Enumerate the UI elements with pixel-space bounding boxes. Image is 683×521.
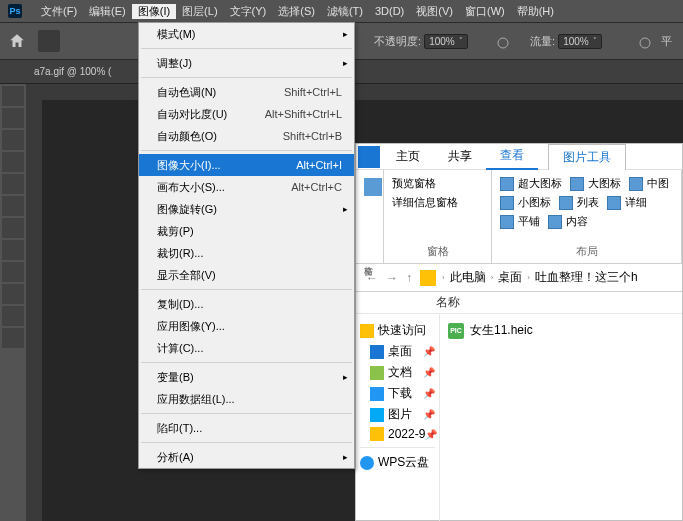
view-l-icons[interactable]: 大图标	[570, 176, 621, 191]
menu-rotation[interactable]: 图像旋转(G)	[139, 198, 354, 220]
menu-revealall[interactable]: 显示全部(V)	[139, 264, 354, 286]
preview-pane-toggle[interactable]: 预览窗格	[392, 176, 483, 191]
tool-stamp[interactable]	[2, 262, 24, 282]
menu-filter[interactable]: 滤镜(T)	[321, 4, 369, 19]
sidebar-quick-access[interactable]: 快速访问	[360, 320, 435, 341]
crumb-pc[interactable]: 此电脑	[447, 269, 489, 286]
menu-duplicate[interactable]: 复制(D)...	[139, 293, 354, 315]
nav-pane-icon[interactable]	[364, 178, 382, 196]
pane-group-label2: 窗格	[392, 244, 483, 259]
details-pane-toggle[interactable]: 详细信息窗格	[392, 195, 483, 210]
tool-crop[interactable]	[2, 174, 24, 194]
sidebar-wps[interactable]: WPS云盘	[360, 452, 435, 473]
pressure-opacity-icon[interactable]	[495, 35, 511, 51]
file-list[interactable]: PIC 女生11.heic	[439, 314, 682, 521]
nav-back-icon[interactable]: ←	[362, 271, 382, 285]
crumb-folder[interactable]: 吐血整理！这三个h	[532, 269, 641, 286]
view-list[interactable]: 列表	[559, 195, 599, 210]
menu-variables[interactable]: 变量(B)	[139, 366, 354, 388]
tool-marquee[interactable]	[2, 108, 24, 128]
menu-mode[interactable]: 模式(M)	[139, 23, 354, 45]
menu-autotone[interactable]: 自动色调(N)Shift+Ctrl+L	[139, 81, 354, 103]
sidebar-documents[interactable]: 文档📌	[360, 362, 435, 383]
file-explorer: 主页 共享 查看 图片工具 窗格 预览窗格 详细信息窗格 窗格 超大图标 大图标…	[355, 143, 683, 521]
menu-3d[interactable]: 3D(D)	[369, 5, 410, 17]
menu-imagesize[interactable]: 图像大小(I)...Alt+Ctrl+I	[139, 154, 354, 176]
menu-analysis[interactable]: 分析(A)	[139, 446, 354, 468]
opacity-label: 不透明度:	[374, 35, 421, 47]
ribbon: 窗格 预览窗格 详细信息窗格 窗格 超大图标 大图标 中图 小图标 列表 详细 …	[356, 170, 682, 264]
svg-point-0	[498, 38, 508, 48]
menu-crop[interactable]: 裁剪(P)	[139, 220, 354, 242]
brush-preset[interactable]	[38, 30, 60, 52]
menu-autocolor[interactable]: 自动颜色(O)Shift+Ctrl+B	[139, 125, 354, 147]
menu-canvassize[interactable]: 画布大小(S)...Alt+Ctrl+C	[139, 176, 354, 198]
tool-gradient[interactable]	[2, 328, 24, 348]
svg-point-1	[640, 38, 650, 48]
menu-trap[interactable]: 陷印(T)...	[139, 417, 354, 439]
menubar: 文件(F) 编辑(E) 图像(I) 图层(L) 文字(Y) 选择(S) 滤镜(T…	[0, 0, 683, 22]
menu-layer[interactable]: 图层(L)	[176, 4, 223, 19]
airbrush-icon[interactable]	[637, 35, 653, 51]
view-m-icons[interactable]: 中图	[629, 176, 669, 191]
sidebar-desktop[interactable]: 桌面📌	[360, 341, 435, 362]
menu-view[interactable]: 视图(V)	[410, 4, 459, 19]
file-name: 女生11.heic	[470, 322, 533, 339]
view-tiles[interactable]: 平铺	[500, 214, 540, 229]
image-menu-dropdown: 模式(M) 调整(J) 自动色调(N)Shift+Ctrl+L 自动对比度(U)…	[138, 22, 355, 469]
tool-wand[interactable]	[2, 152, 24, 172]
file-item[interactable]: PIC 女生11.heic	[446, 320, 676, 341]
home-icon[interactable]	[8, 32, 26, 50]
menu-trim[interactable]: 裁切(R)...	[139, 242, 354, 264]
nav-fwd-icon[interactable]: →	[382, 271, 402, 285]
tool-heal[interactable]	[2, 218, 24, 238]
tool-move[interactable]	[2, 86, 24, 106]
flow-value[interactable]: 100% ˅	[558, 34, 602, 49]
breadcrumb[interactable]: ← → ↑ › 此电脑› 桌面› 吐血整理！这三个h	[356, 264, 682, 292]
sidebar-folder[interactable]: 2022-9📌	[360, 425, 435, 443]
menu-adjustments[interactable]: 调整(J)	[139, 52, 354, 74]
tab-home[interactable]: 主页	[382, 144, 434, 169]
smoothing-label: 平	[661, 34, 672, 49]
tool-lasso[interactable]	[2, 130, 24, 150]
tool-eraser[interactable]	[2, 306, 24, 326]
sidebar-pictures[interactable]: 图片📌	[360, 404, 435, 425]
tab-share[interactable]: 共享	[434, 144, 486, 169]
menu-file[interactable]: 文件(F)	[35, 4, 83, 19]
menu-edit[interactable]: 编辑(E)	[83, 4, 132, 19]
explorer-tabs: 主页 共享 查看 图片工具	[356, 144, 682, 170]
sidebar-downloads[interactable]: 下载📌	[360, 383, 435, 404]
view-details[interactable]: 详细	[607, 195, 647, 210]
pin-icon: 📌	[425, 429, 437, 440]
menu-image[interactable]: 图像(I)	[132, 4, 176, 19]
view-s-icons[interactable]: 小图标	[500, 195, 551, 210]
tool-history[interactable]	[2, 284, 24, 304]
view-content[interactable]: 内容	[548, 214, 588, 229]
explorer-sidebar: 快速访问 桌面📌 文档📌 下载📌 图片📌 2022-9📌 WPS云盘	[356, 314, 439, 521]
pin-icon: 📌	[423, 367, 435, 378]
layout-group-label: 布局	[500, 244, 673, 259]
tab-view[interactable]: 查看	[486, 143, 538, 170]
pin-icon: 📌	[423, 388, 435, 399]
menu-type[interactable]: 文字(Y)	[224, 4, 273, 19]
menu-window[interactable]: 窗口(W)	[459, 4, 511, 19]
tool-brush[interactable]	[2, 240, 24, 260]
menu-help[interactable]: 帮助(H)	[511, 4, 560, 19]
column-header[interactable]: 名称	[356, 292, 682, 314]
menu-calculations[interactable]: 计算(C)...	[139, 337, 354, 359]
tab-picture-tools[interactable]: 图片工具	[548, 144, 626, 170]
opacity-value[interactable]: 100% ˅	[424, 34, 468, 49]
toolbar	[0, 84, 26, 521]
menu-autocontrast[interactable]: 自动对比度(U)Alt+Shift+Ctrl+L	[139, 103, 354, 125]
menu-datasets[interactable]: 应用数据组(L)...	[139, 388, 354, 410]
ruler-vertical	[26, 100, 42, 521]
ps-logo: Ps	[8, 4, 22, 18]
explorer-app-icon[interactable]	[358, 146, 380, 168]
crumb-desktop[interactable]: 桌面	[495, 269, 525, 286]
menu-select[interactable]: 选择(S)	[272, 4, 321, 19]
nav-up-icon[interactable]: ↑	[402, 271, 416, 285]
flow-label: 流量:	[530, 35, 555, 47]
tool-eyedropper[interactable]	[2, 196, 24, 216]
view-xl-icons[interactable]: 超大图标	[500, 176, 562, 191]
menu-applyimage[interactable]: 应用图像(Y)...	[139, 315, 354, 337]
